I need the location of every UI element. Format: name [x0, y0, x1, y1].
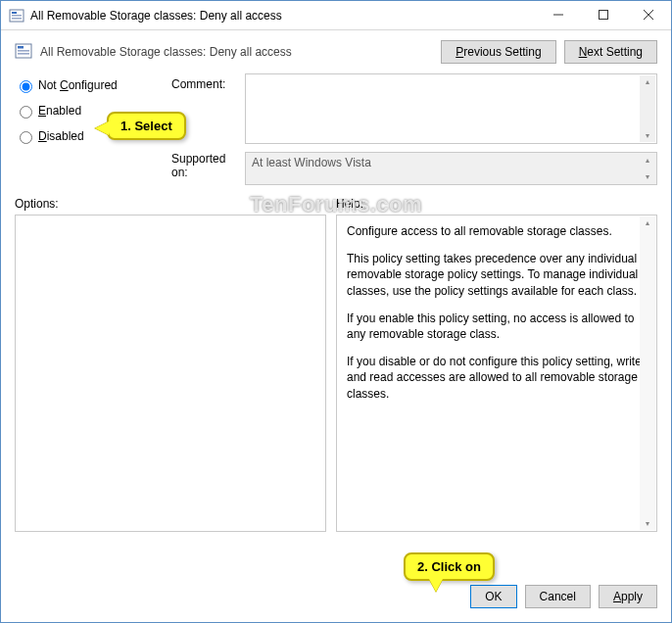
radio-enabled-input[interactable]	[20, 106, 32, 119]
ok-button[interactable]: OK	[470, 585, 516, 608]
radio-not-configured-input[interactable]	[20, 80, 32, 93]
svg-rect-10	[18, 50, 29, 52]
panels-row: Options: Help: Configure access to all r…	[15, 197, 657, 532]
comment-scrollbar[interactable]: ▴ ▾	[640, 75, 655, 142]
close-button[interactable]	[626, 1, 671, 28]
help-p3: If you enable this policy setting, no ac…	[347, 311, 647, 342]
help-scrollbar[interactable]: ▴ ▾	[640, 216, 655, 530]
scroll-up-icon: ▴	[646, 218, 649, 227]
help-column: Help: Configure access to all removable …	[336, 197, 657, 532]
window-title: All Removable Storage classes: Deny all …	[30, 9, 536, 23]
svg-rect-1	[12, 12, 17, 14]
options-column: Options:	[15, 197, 326, 532]
comment-label: Comment:	[171, 77, 245, 91]
options-panel	[15, 215, 326, 532]
callout-select: 1. Select	[107, 112, 186, 140]
maximize-button[interactable]	[581, 1, 626, 28]
options-label: Options:	[15, 197, 326, 211]
radio-not-configured[interactable]: Not Configured	[15, 77, 171, 93]
minimize-button[interactable]	[536, 1, 581, 28]
scroll-up-icon: ▴	[646, 156, 649, 165]
svg-rect-3	[12, 18, 22, 20]
policy-title-icon	[9, 8, 24, 24]
scroll-down-icon: ▾	[646, 519, 649, 528]
svg-rect-5	[600, 11, 608, 20]
svg-rect-2	[12, 15, 22, 17]
svg-rect-9	[18, 46, 24, 49]
svg-rect-11	[18, 53, 29, 55]
field-inputs: ▴ ▾ At least Windows Vista ▴ ▾	[245, 73, 657, 185]
comment-textarea[interactable]: ▴ ▾	[245, 73, 657, 144]
policy-icon	[15, 42, 34, 62]
help-label: Help:	[336, 197, 657, 211]
supported-scrollbar[interactable]: ▴ ▾	[640, 154, 655, 183]
supported-label: Supported on:	[171, 152, 245, 179]
supported-on-box: At least Windows Vista ▴ ▾	[245, 152, 657, 185]
apply-button[interactable]: Apply	[599, 585, 657, 608]
help-p4: If you disable or do not configure this …	[347, 354, 647, 402]
content-area: All Removable Storage classes: Deny all …	[1, 30, 671, 542]
window-controls	[536, 1, 671, 29]
prev-label-rest: revious Setting	[463, 45, 541, 59]
radio-disabled-input[interactable]	[20, 131, 32, 144]
policy-title: All Removable Storage classes: Deny all …	[40, 45, 441, 59]
header-row: All Removable Storage classes: Deny all …	[15, 40, 657, 64]
cancel-button[interactable]: Cancel	[525, 585, 591, 608]
callout-click: 2. Click on	[404, 552, 495, 581]
help-p2: This policy setting takes precedence ove…	[347, 251, 647, 299]
scroll-up-icon: ▴	[646, 77, 649, 86]
next-setting-button[interactable]: Next Setting	[564, 40, 657, 64]
next-label-rest: ext Setting	[587, 45, 643, 59]
supported-on-text: At least Windows Vista	[252, 156, 371, 169]
scroll-down-icon: ▾	[646, 131, 649, 140]
help-panel: Configure access to all removable storag…	[336, 215, 657, 532]
help-p1: Configure access to all removable storag…	[347, 223, 647, 239]
action-row: OK Cancel Apply	[1, 577, 671, 616]
scroll-down-icon: ▾	[646, 172, 649, 181]
titlebar: All Removable Storage classes: Deny all …	[1, 1, 671, 30]
previous-setting-button[interactable]: Previous Setting	[441, 40, 555, 64]
